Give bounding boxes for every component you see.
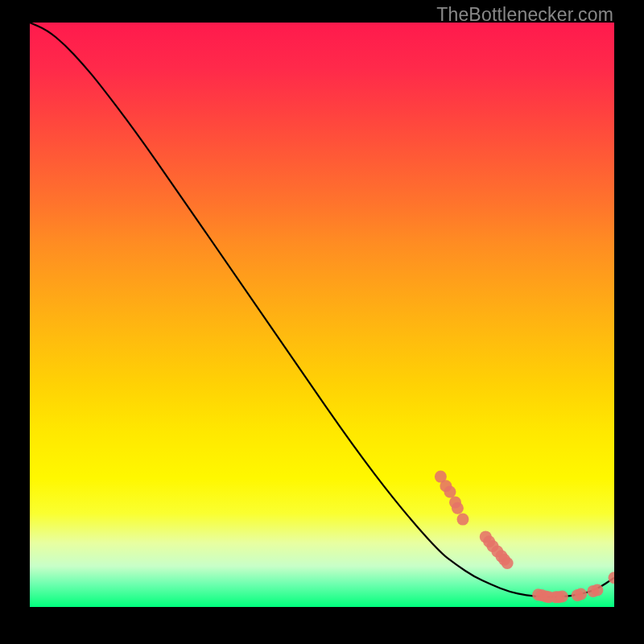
chart-container: TheBottlenecker.com xyxy=(0,0,644,644)
watermark: TheBottlenecker.com xyxy=(436,4,613,26)
plot-area xyxy=(30,23,614,607)
